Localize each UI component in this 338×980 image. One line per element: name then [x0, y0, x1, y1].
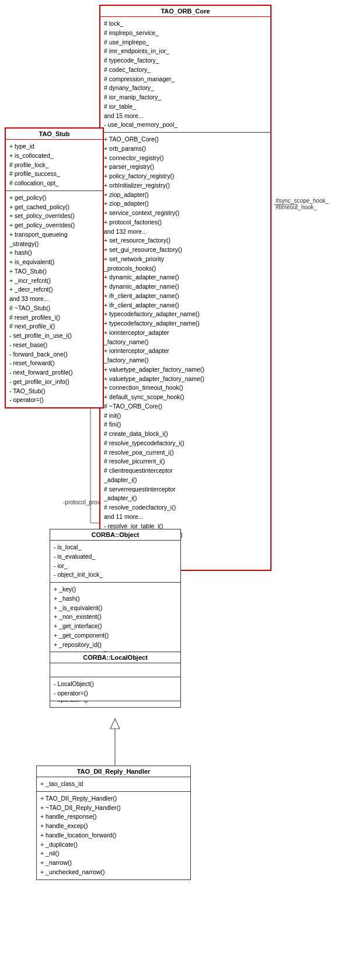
corba-localobject-box: CORBA::LocalObject - LocalObject() - ope… — [50, 652, 181, 701]
tao-orb-core-box: TAO_ORB_Core # lock_ # implrepo_service_… — [99, 5, 271, 571]
diagram-container: -protocol_proxy_ -orb_core_ TAO_ORB_Core… — [0, 0, 338, 980]
corba-localobject-empty — [50, 663, 180, 677]
sync-scope-hook-label: #sync_scope_hook_ #timeout_hook_ — [276, 198, 329, 210]
tao-orb-core-fields: # lock_ # implrepo_service_ # use_implre… — [100, 17, 270, 133]
tao-stub-box: TAO_Stub + type_id + is_collocated_ # pr… — [5, 127, 104, 408]
tao-stub-title: TAO_Stub — [6, 129, 103, 140]
corba-localobject-methods: - LocalObject() - operator=() — [50, 677, 180, 701]
tao-orb-core-title: TAO_ORB_Core — [100, 6, 270, 17]
corba-object-title: CORBA::Object — [50, 529, 180, 541]
tao-dii-reply-handler-box: TAO_DII_Reply_Handler + _tao_class_id + … — [36, 766, 191, 880]
corba-object-fields: - is_local_ - is_evaluated_ - ior_ - obj… — [50, 541, 180, 583]
tao-dii-fields: + _tao_class_id — [37, 777, 190, 792]
tao-orb-core-methods: + TAO_ORB_Core() + orb_params() + connec… — [100, 133, 270, 570]
tao-dii-methods: + TAO_DII_Reply_Handler() + ~TAO_DII_Rep… — [37, 792, 190, 879]
tao-dii-title: TAO_DII_Reply_Handler — [37, 766, 190, 777]
svg-marker-13 — [110, 719, 120, 729]
tao-stub-methods: + get_policy() + get_cached_policy() + s… — [6, 191, 103, 407]
corba-localobject-title: CORBA::LocalObject — [50, 652, 180, 663]
tao-stub-fields: + type_id + is_collocated_ # profile_loc… — [6, 140, 103, 191]
